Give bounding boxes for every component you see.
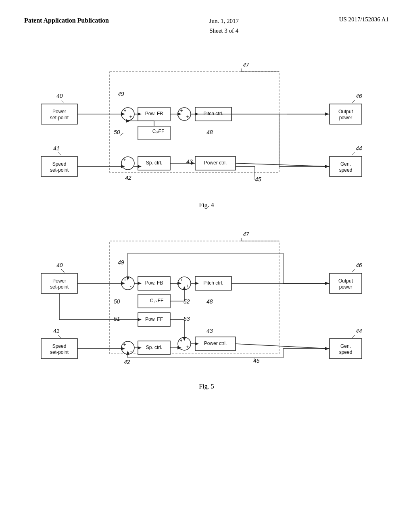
ref-47-fig4: 47: [243, 62, 250, 68]
pow-fb-text-fig4: Pow. FB: [145, 111, 163, 116]
ref-44-fig4: 44: [356, 145, 362, 152]
power-setpoint-text2-fig4: set-point: [50, 115, 69, 121]
sum-plus3-fig5: +: [180, 277, 183, 283]
ref-40-fig4: 40: [56, 93, 63, 99]
svg-line-10: [61, 269, 65, 272]
ref-42-fig4: 42: [125, 175, 131, 181]
output-power-text1-fig5: Output: [338, 278, 353, 284]
ref-47-fig5: 47: [243, 231, 250, 237]
ref-49-fig4: 49: [118, 91, 124, 97]
outer-box-47-fig4: [110, 72, 279, 172]
gen-speed-text1-fig4: Gen.: [340, 161, 351, 167]
ref-41-fig4: 41: [53, 145, 60, 152]
ref-48-fig5: 48: [206, 298, 213, 305]
gen-speed-text2-fig5: speed: [339, 349, 353, 355]
ref-49-fig5: 49: [118, 259, 124, 266]
ref-48-fig4: 48: [206, 129, 213, 135]
ref-50-fig5: 50: [114, 298, 120, 305]
header-center: Jun. 1, 2017 Sheet 3 of 4: [209, 16, 239, 35]
cp-ff-text1-fig4: C: [152, 129, 156, 134]
speed-setpoint-text2-fig4: set-point: [50, 167, 69, 173]
power-setpoint-text2-fig5: set-point: [50, 284, 69, 290]
sum-plus6-fig5: +: [186, 344, 189, 350]
output-power-text1-fig4: Output: [338, 109, 353, 114]
sp-ctrl-text-fig4: Sp. ctrl.: [146, 160, 163, 166]
fig5-section: 47 40 Power set-point 41 Speed set-point…: [24, 229, 389, 390]
svg-line-1: [61, 100, 65, 103]
ref-41-fig5: 41: [53, 328, 60, 334]
cp-ff-sub-fig5: P: [154, 300, 157, 304]
pow-ff-text-fig5: Pow. FF: [145, 316, 163, 322]
svg-line-13: [352, 269, 355, 272]
ref-43-fig5: 43: [206, 328, 213, 334]
svg-line-2: [58, 152, 61, 156]
patent-number: US 2017/152836 A1: [339, 16, 389, 23]
cp-ff-text2-fig4: FF: [159, 129, 165, 134]
sum-plus7-fig5: +: [123, 342, 126, 347]
speed-setpoint-text2-fig5: set-point: [50, 349, 69, 355]
ref-45-fig4: 45: [255, 176, 261, 183]
svg-line-11: [58, 335, 61, 338]
power-setpoint-text1-fig5: Power: [52, 278, 66, 284]
cp-ff-text2-fig5: FF: [158, 298, 164, 303]
output-power-text2-fig5: power: [339, 284, 353, 290]
cp-ff-box-fig5: [138, 294, 170, 308]
sum-plus4-fig4: +: [186, 114, 189, 120]
power-ctrl-text-fig5: Power ctrl.: [204, 341, 227, 346]
ref-40-fig5: 40: [56, 262, 63, 268]
power-setpoint-text1-fig4: Power: [52, 109, 66, 114]
pitch-ctrl-text-fig4: Pitch ctrl.: [203, 111, 223, 116]
speed-setpoint-text1-fig4: Speed: [52, 161, 67, 167]
sum-plus2-fig4: +: [129, 114, 132, 120]
svg-line-5: [352, 100, 355, 103]
output-power-text2-fig4: power: [339, 115, 353, 121]
sum-plus4-fig5: +: [186, 283, 189, 289]
ref-46-fig4: 46: [356, 93, 362, 99]
gen-speed-text1-fig5: Gen.: [340, 343, 351, 349]
sum-plus5-fig4: +: [123, 157, 126, 163]
sum-plus1-fig5: +: [123, 277, 126, 283]
header-right: US 2017/152836 A1: [339, 16, 389, 23]
sp-ctrl-text-fig5: Sp. ctrl.: [146, 345, 163, 350]
sum-minus2-fig5: -: [130, 348, 132, 354]
fig4-diagram: 47 40 Power set-point 41 Speed set-point…: [29, 60, 384, 197]
publication-label: Patent Application Publication: [24, 17, 109, 24]
page: Patent Application Publication Jun. 1, 2…: [0, 0, 413, 532]
sum-plus1-fig4: +: [123, 108, 126, 114]
gen-speed-text2-fig4: speed: [339, 167, 353, 173]
header-date: Jun. 1, 2017: [209, 16, 239, 26]
sum-plus3-fig4: +: [180, 108, 183, 114]
sum-plus5-fig5: +: [179, 338, 182, 343]
ref-46-fig5: 46: [356, 262, 362, 268]
svg-line-14: [352, 335, 355, 338]
fig5-label: Fig. 5: [24, 383, 389, 390]
fig4-label: Fig. 4: [24, 202, 389, 209]
outer-box-47-fig5: [110, 241, 279, 354]
cp-ff-text1-fig5: C: [150, 298, 154, 303]
pitch-ctrl-text-fig5: Pitch ctrl.: [203, 280, 223, 286]
ref-50-fig4: 50: [114, 129, 120, 135]
header-left: Patent Application Publication: [24, 16, 109, 25]
power-ctrl-text-fig4: Power ctrl.: [204, 160, 227, 166]
svg-line-6: [352, 152, 355, 156]
fig5-diagram: 47 40 Power set-point 41 Speed set-point…: [29, 229, 384, 378]
ref-51-fig5: 51: [114, 316, 120, 322]
pow-fb-text-fig5: Pow. FB: [145, 280, 163, 286]
header-sheet: Sheet 3 of 4: [209, 26, 239, 35]
fig4-section: 47 40 Power set-point 41 Speed set-point…: [24, 60, 389, 209]
sum-minus1-fig5: -: [130, 283, 131, 289]
header: Patent Application Publication Jun. 1, 2…: [24, 16, 389, 35]
ref-44-fig5: 44: [356, 328, 362, 334]
speed-setpoint-text1-fig5: Speed: [52, 343, 67, 349]
